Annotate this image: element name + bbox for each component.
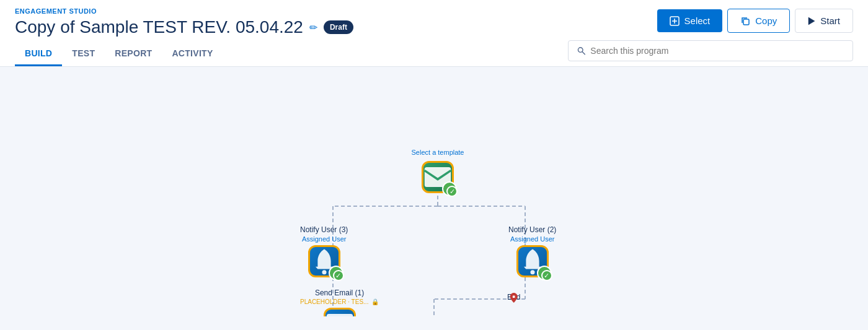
search-input[interactable]	[590, 46, 844, 56]
notify-user-2-label: Notify User (2)	[508, 225, 556, 234]
tab-activity[interactable]: ACTIVITY	[162, 42, 223, 66]
envelope-blue-icon	[326, 310, 354, 316]
email-top-node[interactable]: Select a template ✓	[422, 160, 454, 193]
svg-rect-1	[743, 19, 749, 25]
svg-rect-16	[425, 167, 451, 187]
email-top-icon-wrapper: ✓	[422, 161, 454, 193]
copy-icon	[740, 16, 750, 26]
send-email-1-node[interactable]: Send Email (1) PLACEHOLDER · TES... 🔒 ✓	[300, 289, 379, 316]
lock-icon: 🔒	[371, 298, 379, 305]
end-node[interactable]: End	[507, 293, 520, 303]
check-badge-notify3: ✓	[333, 270, 344, 281]
notify-user-3-icon-wrapper: ✓	[308, 245, 340, 277]
notify-user-2-icon-wrapper: ✓	[516, 245, 549, 277]
send-email-1-sublabel: PLACEHOLDER · TES... 🔒	[300, 298, 379, 305]
flow-canvas: Select a template ✓ Notify User (3) Assi…	[0, 67, 868, 316]
send-email-1-icon[interactable]	[324, 308, 356, 316]
select-button[interactable]: Select	[657, 9, 723, 32]
title-row: ENGAGEMENT STUDIO Copy of Sample TEST RE…	[15, 7, 853, 37]
notify-user-3-label: Notify User (3)	[300, 225, 348, 234]
title-left: ENGAGEMENT STUDIO Copy of Sample TEST RE…	[15, 7, 353, 37]
search-icon	[577, 46, 585, 55]
notify-user-2-sublabel: Assigned User	[510, 235, 555, 243]
notify-user-3-sublabel: Assigned User	[302, 235, 347, 243]
edit-icon[interactable]: ✏	[309, 22, 317, 33]
draft-badge: Draft	[324, 20, 353, 34]
page-header: ENGAGEMENT STUDIO Copy of Sample TEST RE…	[0, 0, 868, 67]
header-actions: Select Copy Start	[568, 9, 853, 61]
check-badge-notify2: ✓	[541, 270, 552, 281]
copy-button[interactable]: Copy	[727, 9, 790, 33]
notify-user-3-node[interactable]: Notify User (3) Assigned User ✓	[300, 225, 348, 277]
select-icon	[670, 16, 680, 26]
tab-build[interactable]: BUILD	[15, 42, 62, 66]
end-label: End	[507, 293, 520, 302]
select-template-top: Select a template	[412, 149, 464, 156]
tab-report[interactable]: REPORT	[105, 42, 162, 66]
page-title: Copy of Sample TEST REV. 05.04.22	[15, 17, 303, 37]
search-bar[interactable]	[568, 40, 853, 61]
send-email-1-icon-wrapper: ✓	[324, 308, 356, 316]
svg-rect-18	[326, 314, 352, 316]
start-button[interactable]: Start	[795, 9, 853, 33]
play-icon	[808, 17, 815, 25]
engagement-studio-label: ENGAGEMENT STUDIO Copy of Sample TEST RE…	[15, 7, 353, 37]
tab-test[interactable]: TEST	[62, 42, 105, 66]
svg-line-3	[582, 51, 585, 54]
svg-point-20	[530, 270, 534, 274]
check-badge-top: ✓	[446, 186, 458, 197]
svg-point-17	[322, 270, 326, 274]
notify-user-2-node[interactable]: Notify User (2) Assigned User ✓	[508, 225, 556, 277]
send-email-1-label: Send Email (1)	[315, 289, 364, 297]
